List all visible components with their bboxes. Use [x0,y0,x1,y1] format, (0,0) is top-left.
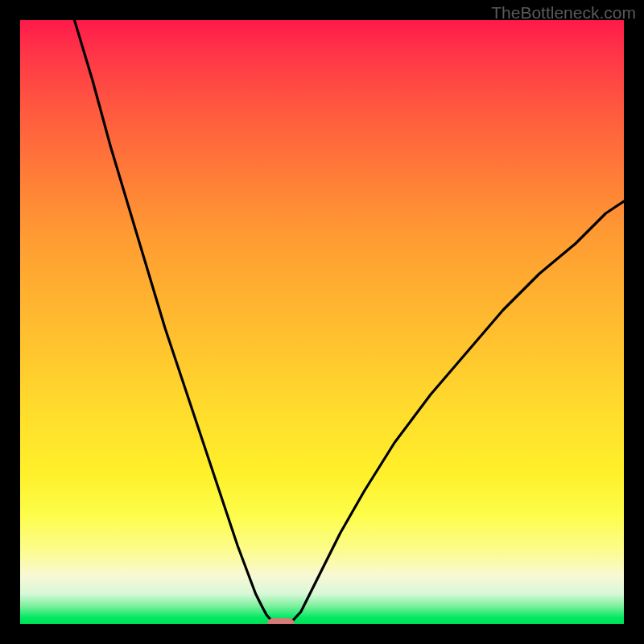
left-curve [75,20,275,624]
attribution-text: TheBottleneck.com [491,3,636,23]
optimum-marker [267,618,295,624]
right-curve [289,201,624,624]
curve-overlay [20,20,624,624]
plot-area [20,20,624,624]
